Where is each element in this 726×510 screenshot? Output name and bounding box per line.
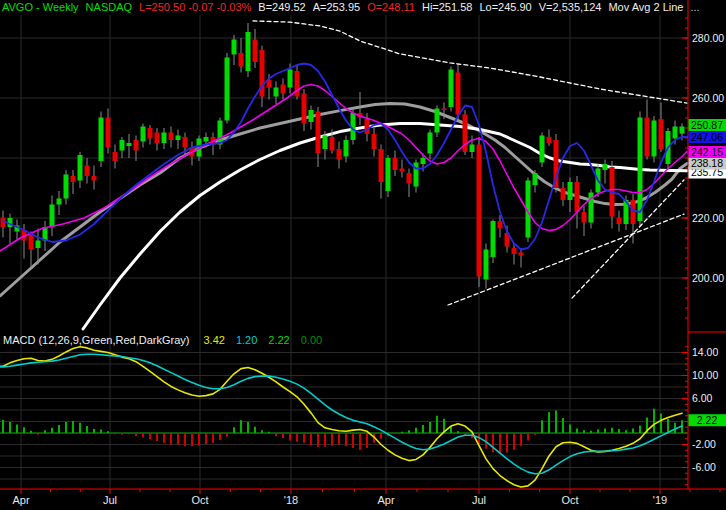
macd-legend: MACD (12,26,9,Green,Red,DarkGray)3.421.2… — [3, 334, 333, 347]
candle-body — [29, 235, 34, 250]
time-tick-label: Jul — [103, 494, 117, 506]
candle-body — [617, 218, 622, 224]
candle-body — [337, 149, 342, 160]
candle-body — [127, 143, 132, 146]
candle-body — [134, 140, 139, 151]
candle-body — [428, 133, 433, 154]
candle-body — [232, 40, 237, 55]
chart-canvas[interactable]: 280.00260.00220.00200.0014.0010.006.00-2… — [0, 0, 726, 510]
time-tick-label: '18 — [284, 494, 298, 506]
candle-body — [120, 140, 125, 151]
bid-label: B=249.52 — [258, 1, 305, 13]
candle-body — [652, 121, 657, 157]
candle-body — [512, 248, 517, 254]
price-tick-label: 220.00 — [692, 212, 724, 224]
candle-body — [435, 109, 440, 133]
indicator-name-label: Mov Avg 2 Line — [608, 1, 683, 13]
candle-body — [148, 128, 153, 139]
candle-body — [316, 112, 321, 154]
candle-body — [323, 136, 328, 150]
candle-body — [547, 137, 552, 143]
macd-tick-label: -6.00 — [692, 461, 716, 473]
upper-trendline — [253, 21, 687, 103]
price-tick-label: 260.00 — [692, 92, 724, 104]
candle-body — [162, 133, 167, 144]
lower-long-trendline — [448, 214, 684, 305]
price-tick-label: 200.00 — [692, 272, 724, 284]
candle-body — [372, 134, 377, 149]
candle-body — [575, 182, 580, 212]
candle-body — [218, 121, 223, 145]
candle-body — [106, 118, 111, 148]
price-badge-value: 247.06 — [691, 131, 723, 143]
macd-tick-label: -2.00 — [692, 438, 716, 450]
candle-body — [582, 212, 587, 223]
candle-body — [57, 199, 62, 205]
candle-body — [330, 137, 335, 151]
price-badge-value: 242.15 — [691, 146, 723, 158]
macd-signal-value: 1.20 — [236, 334, 257, 346]
candle-body — [400, 169, 405, 172]
candle-body — [344, 140, 349, 157]
macd-line-value: 3.42 — [203, 334, 224, 346]
candle-body — [36, 241, 41, 249]
macd-zero-value: 0.00 — [301, 334, 322, 346]
candle-body — [631, 200, 636, 224]
candle-body — [274, 88, 279, 97]
candle-body — [568, 182, 573, 200]
candle-body — [85, 166, 90, 177]
candle-body — [281, 85, 286, 94]
candle-body — [302, 94, 307, 124]
time-tick-label: Oct — [561, 494, 578, 506]
last-price-label: L=250.50 -0.07 -0.03% — [139, 1, 251, 13]
candle-body — [393, 158, 398, 170]
ask-label: A=253.95 — [313, 1, 360, 13]
price-tick-label: 280.00 — [692, 32, 724, 44]
price-badge-value: 250.87 — [691, 119, 723, 131]
candle-body — [239, 53, 244, 67]
candle-body — [71, 176, 76, 182]
candle-body — [484, 250, 489, 280]
candle-body — [246, 32, 251, 71]
time-tick-label: Apr — [377, 494, 394, 506]
candle-body — [449, 70, 454, 108]
macd-title-label: MACD (12,26,9,Green,Red,DarkGray) — [3, 334, 189, 346]
candle-body — [169, 133, 174, 141]
candle-body — [141, 127, 146, 142]
symbol-interval-label: AVGO - Weekly — [2, 1, 79, 13]
candle-body — [421, 158, 426, 164]
exchange-label: NASDAQ — [86, 1, 132, 13]
candle-body — [64, 175, 69, 199]
candle-body — [407, 173, 412, 184]
candle-body — [176, 136, 181, 141]
candle-body — [673, 127, 678, 139]
candle-body — [498, 221, 503, 229]
chart-header: AVGO - WeeklyNASDAQL=250.50 -0.07 -0.03%… — [2, 1, 707, 14]
candle-body — [92, 176, 97, 181]
candle-body — [638, 118, 643, 222]
low-label: Lo=245.90 — [479, 1, 531, 13]
candle-body — [442, 109, 447, 111]
candle-body — [50, 205, 55, 228]
macd-tick-label: 6.00 — [692, 392, 713, 404]
time-tick-label: Oct — [191, 494, 208, 506]
candle-body — [561, 188, 566, 200]
header-ellipsis[interactable]: ... — [690, 1, 699, 13]
macd-hist-value: 2.22 — [268, 334, 289, 346]
candle-body — [78, 155, 83, 181]
open-label: O=248.11 — [367, 1, 415, 13]
macd-panel — [0, 347, 687, 487]
candle-body — [365, 119, 370, 134]
macd-tick-label: 14.00 — [692, 346, 718, 358]
candle-body — [309, 110, 314, 122]
candle-body — [477, 145, 482, 277]
candle-body — [386, 158, 391, 191]
candle-body — [99, 118, 104, 162]
macd-line — [0, 347, 682, 487]
candle-body — [470, 145, 475, 153]
ma-white-line — [83, 124, 687, 330]
candle-body — [603, 164, 608, 170]
candle-body — [645, 118, 650, 157]
high-label: Hi=251.58 — [422, 1, 472, 13]
candle-body — [519, 253, 524, 256]
